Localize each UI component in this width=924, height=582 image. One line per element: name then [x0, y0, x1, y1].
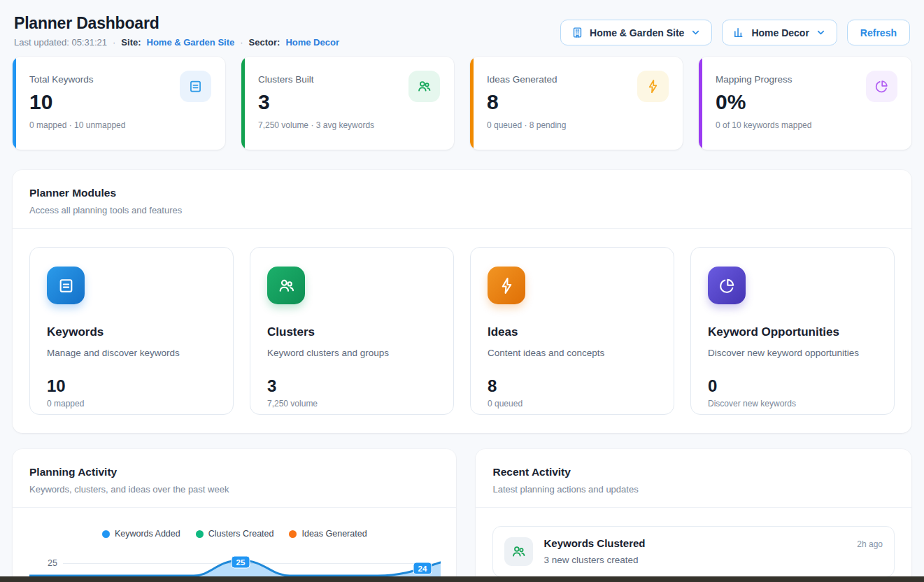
module-description: Manage and discover keywords: [47, 348, 216, 358]
stat-card-clusters-built: Clusters Built 3 7,250 volume · 3 avg ke…: [241, 57, 454, 150]
page-header: Planner Dashboard Last updated: 05:31:21…: [0, 0, 924, 48]
activity-item-time: 2h ago: [857, 539, 883, 549]
module-card-keywords[interactable]: Keywords Manage and discover keywords 10…: [29, 247, 234, 415]
pie-chart-icon: [866, 71, 897, 102]
stats-row: Total Keywords 10 0 mapped · 10 unmapped…: [13, 57, 911, 150]
legend-dot-orange: [289, 530, 297, 538]
activity-item-top: Keywords Clustered 2h ago: [543, 537, 883, 549]
modules-title: Planner Modules: [29, 187, 895, 199]
page-meta: Last updated: 05:31:21 · Site: Home & Ga…: [14, 37, 339, 48]
bar-chart-icon: [733, 27, 745, 38]
modules-subtitle: Access all planning tools and features: [29, 205, 895, 215]
document-icon: [180, 71, 211, 102]
legend-dot-green: [196, 530, 204, 538]
building-icon: [571, 27, 583, 38]
legend-dot-blue: [102, 530, 110, 538]
users-icon: [408, 71, 440, 102]
module-value: 10: [47, 377, 216, 395]
users-icon: [504, 537, 533, 566]
activity-item-title: Keywords Clustered: [543, 537, 645, 549]
stat-card-mapping-progress: Mapping Progress 0% 0 of 10 keywords map…: [699, 57, 911, 150]
stat-sub: 0 of 10 keywords mapped: [716, 120, 897, 130]
bottom-edge-bar: [0, 576, 924, 582]
legend-item-clusters-created: Clusters Created: [196, 529, 274, 539]
recent-activity-header: Recent Activity Latest planning actions …: [476, 449, 911, 508]
module-title: Clusters: [267, 325, 436, 339]
svg-text:25: 25: [236, 558, 246, 567]
refresh-button[interactable]: Refresh: [847, 20, 910, 45]
module-value: 8: [488, 377, 657, 395]
chart-legend: Keywords Added Clusters Created Ideas Ge…: [29, 529, 439, 539]
sector-link[interactable]: Home Decor: [285, 37, 339, 48]
stat-sub: 7,250 volume · 3 avg keywords: [258, 120, 440, 130]
module-sub: 0 mapped: [47, 399, 216, 409]
legend-label: Ideas Generated: [301, 529, 367, 539]
stat-card-total-keywords: Total Keywords 10 0 mapped · 10 unmapped: [13, 57, 225, 150]
module-sub: 7,250 volume: [267, 399, 436, 409]
chevron-down-icon: [816, 27, 826, 38]
stat-sub: 0 mapped · 10 unmapped: [29, 120, 211, 130]
recent-activity-title: Recent Activity: [492, 466, 895, 478]
zap-icon: [637, 71, 669, 102]
module-card-clusters[interactable]: Clusters Keyword clusters and groups 3 7…: [250, 247, 454, 415]
chevron-down-icon: [690, 27, 701, 38]
activity-item-keywords-clustered[interactable]: Keywords Clustered 2h ago 3 new clusters…: [492, 526, 895, 577]
module-value: 0: [708, 377, 877, 395]
module-description: Discover new keyword opportunities: [708, 348, 877, 358]
planner-modules-panel: Planner Modules Access all planning tool…: [13, 170, 911, 433]
module-title: Keywords: [47, 325, 216, 339]
recent-activity-panel: Recent Activity Latest planning actions …: [476, 449, 911, 582]
module-sub: Discover new keywords: [708, 399, 877, 409]
meta-separator: ·: [113, 37, 115, 48]
module-sub: 0 queued: [488, 399, 657, 409]
stat-sub: 0 queued · 8 pending: [487, 120, 669, 130]
recent-activity-list: Keywords Clustered 2h ago 3 new clusters…: [476, 508, 911, 577]
point-label-25: 25: [232, 556, 250, 568]
page-title: Planner Dashboard: [14, 14, 339, 32]
module-title: Ideas: [488, 325, 657, 339]
meta-separator: ·: [240, 37, 243, 48]
legend-item-ideas-generated: Ideas Generated: [289, 529, 367, 539]
planning-activity-title: Planning Activity: [29, 466, 439, 478]
module-description: Content ideas and concepts: [488, 348, 657, 358]
site-link[interactable]: Home & Garden Site: [147, 37, 235, 48]
sector-selector-dropdown[interactable]: Home Decor: [722, 20, 837, 45]
users-icon: [267, 267, 305, 304]
planning-activity-panel: Planning Activity Keywords, clusters, an…: [13, 449, 456, 582]
planning-activity-header: Planning Activity Keywords, clusters, an…: [13, 449, 456, 508]
bottom-row: Planning Activity Keywords, clusters, an…: [13, 449, 911, 582]
point-label-24: 24: [413, 562, 432, 574]
module-value: 3: [267, 377, 436, 395]
stat-card-ideas-generated: Ideas Generated 8 0 queued · 8 pending: [470, 57, 683, 150]
modules-panel-header: Planner Modules Access all planning tool…: [13, 170, 911, 229]
planning-activity-subtitle: Keywords, clusters, and ideas over the p…: [29, 484, 439, 495]
site-selector-dropdown[interactable]: Home & Garden Site: [560, 20, 712, 45]
activity-chart: Keywords Added Clusters Created Ideas Ge…: [13, 508, 456, 582]
last-updated-text: Last updated: 05:31:21: [14, 37, 107, 48]
pie-chart-icon: [708, 267, 746, 304]
planner-dashboard-page: Planner Dashboard Last updated: 05:31:21…: [0, 0, 924, 582]
sector-selector-label: Home Decor: [751, 27, 809, 38]
activity-item-description: 3 new clusters created: [543, 555, 883, 565]
header-actions: Home & Garden Site Home Decor Refresh: [560, 20, 910, 45]
document-icon: [47, 267, 85, 304]
sector-label: Sector:: [249, 37, 280, 48]
svg-text:24: 24: [418, 565, 427, 573]
legend-item-keywords-added: Keywords Added: [102, 529, 180, 539]
module-description: Keyword clusters and groups: [267, 348, 436, 358]
module-card-ideas[interactable]: Ideas Content ideas and concepts 8 0 que…: [470, 247, 674, 415]
modules-grid: Keywords Manage and discover keywords 10…: [13, 229, 911, 433]
module-card-keyword-opportunities[interactable]: Keyword Opportunities Discover new keywo…: [690, 247, 895, 415]
zap-icon: [488, 267, 525, 304]
legend-label: Clusters Created: [208, 529, 274, 539]
activity-item-content: Keywords Clustered 2h ago 3 new clusters…: [543, 537, 883, 565]
site-label: Site:: [121, 37, 141, 48]
legend-label: Keywords Added: [115, 529, 180, 539]
module-title: Keyword Opportunities: [708, 325, 877, 339]
recent-activity-subtitle: Latest planning actions and updates: [492, 484, 895, 495]
site-selector-label: Home & Garden Site: [590, 27, 684, 38]
header-left: Planner Dashboard Last updated: 05:31:21…: [14, 14, 339, 48]
